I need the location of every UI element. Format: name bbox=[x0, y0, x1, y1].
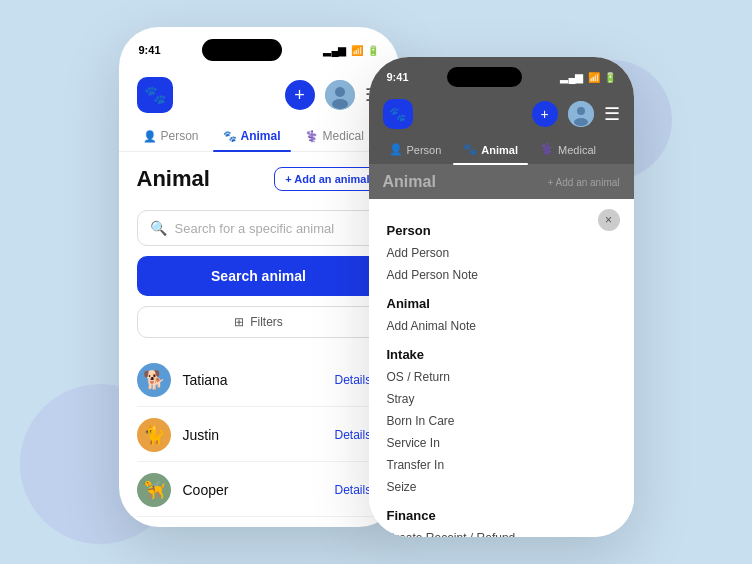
phone-right-body: 9:41 ▂▄▆ 📶 🔋 🐾 + bbox=[369, 57, 634, 537]
modal-section-title-intake: Intake bbox=[387, 347, 616, 362]
medical-tab-icon: ⚕️ bbox=[305, 130, 319, 143]
person-tab-icon: 👤 bbox=[143, 130, 157, 143]
app-logo-right: 🐾 bbox=[383, 99, 413, 129]
modal-item-born-in-care[interactable]: Born In Care bbox=[387, 410, 616, 432]
status-bar-left: 9:41 ▂▄▆ 📶 🔋 bbox=[119, 27, 399, 67]
hamburger-icon-right[interactable]: ☰ bbox=[604, 103, 620, 125]
phone-right: 9:41 ▂▄▆ 📶 🔋 🐾 + bbox=[369, 57, 634, 537]
modal-item-create-receipt[interactable]: Create Receipt / Refund bbox=[387, 527, 616, 537]
phone-left: 9:41 ▂▄▆ 📶 🔋 🐾 + ☰ bbox=[119, 27, 399, 527]
animal-tab-icon: 🐾 bbox=[223, 130, 237, 143]
signal-icon-right: ▂▄▆ bbox=[560, 72, 583, 83]
modal-item-service-in[interactable]: Service In bbox=[387, 432, 616, 454]
status-icons-right: ▂▄▆ 📶 🔋 bbox=[560, 72, 615, 83]
animal-row: 🐕 Tatiana Details ▾ bbox=[137, 354, 381, 407]
time-right: 9:41 bbox=[387, 71, 409, 83]
person-tab-icon-right: 👤 bbox=[389, 143, 403, 156]
filter-icon: ⊞ bbox=[234, 315, 244, 329]
search-placeholder-text: Search for a specific animal bbox=[175, 221, 335, 236]
dynamic-island-right bbox=[447, 67, 522, 87]
page-title-left: Animal bbox=[137, 166, 210, 192]
animal-row: 🦮 Cooper Details ▾ bbox=[137, 464, 381, 517]
blurred-page-title: Animal bbox=[383, 173, 436, 191]
animal-name: Tatiana bbox=[183, 372, 335, 388]
tab-person-right[interactable]: 👤 Person bbox=[379, 135, 452, 164]
top-bar-right: 🐾 + ☰ bbox=[369, 91, 634, 135]
top-bar-actions: + ☰ bbox=[285, 80, 381, 110]
blurred-content-header: Animal + Add an animal bbox=[369, 165, 634, 199]
blurred-add-button: + Add an animal bbox=[548, 177, 620, 188]
add-circle-button-right[interactable]: + bbox=[532, 101, 558, 127]
top-bar-left: 🐾 + ☰ bbox=[119, 67, 399, 121]
svg-point-4 bbox=[577, 107, 585, 115]
svg-point-1 bbox=[335, 87, 345, 97]
tab-medical-left[interactable]: ⚕️ Medical bbox=[295, 121, 374, 151]
battery-icon: 🔋 bbox=[367, 45, 379, 56]
animal-row: 🐩 Anika Details ▾ bbox=[137, 519, 381, 527]
tabs-right: 👤 Person 🐾 Animal ⚕️ Medical bbox=[369, 135, 634, 165]
tab-animal-left[interactable]: 🐾 Animal bbox=[213, 121, 291, 151]
animal-tab-icon-right: 🐾 bbox=[463, 143, 477, 156]
svg-point-2 bbox=[332, 99, 348, 109]
wifi-icon-right: 📶 bbox=[588, 72, 600, 83]
top-bar-actions-right: + ☰ bbox=[532, 101, 620, 127]
animal-row: 🐈 Justin Details ▾ bbox=[137, 409, 381, 462]
modal-item-transfer-in[interactable]: Transfer In bbox=[387, 454, 616, 476]
filters-button[interactable]: ⊞ Filters bbox=[137, 306, 381, 338]
modal-item-seize[interactable]: Seize bbox=[387, 476, 616, 498]
modal-section-title-finance: Finance bbox=[387, 508, 616, 523]
user-avatar[interactable] bbox=[325, 80, 355, 110]
dropdown-modal: × Person Add Person Add Person Note Anim… bbox=[369, 199, 634, 537]
tabs-left: 👤 Person 🐾 Animal ⚕️ Medical bbox=[119, 121, 399, 152]
animal-name: Cooper bbox=[183, 482, 335, 498]
app-logo: 🐾 bbox=[137, 77, 173, 113]
add-animal-button[interactable]: + Add an animal bbox=[274, 167, 380, 191]
animal-avatar: 🦮 bbox=[137, 473, 171, 507]
tab-animal-right[interactable]: 🐾 Animal bbox=[453, 135, 528, 164]
user-avatar-right[interactable] bbox=[568, 101, 594, 127]
signal-icon: ▂▄▆ bbox=[323, 45, 346, 56]
modal-item-stray[interactable]: Stray bbox=[387, 388, 616, 410]
tab-person-left[interactable]: 👤 Person bbox=[133, 121, 209, 151]
modal-item-add-animal-note[interactable]: Add Animal Note bbox=[387, 315, 616, 337]
tab-medical-right[interactable]: ⚕️ Medical bbox=[530, 135, 606, 164]
search-input-wrapper[interactable]: 🔍 Search for a specific animal bbox=[137, 210, 381, 246]
wifi-icon: 📶 bbox=[351, 45, 363, 56]
search-icon: 🔍 bbox=[150, 220, 167, 236]
time-left: 9:41 bbox=[139, 44, 161, 56]
modal-close-button[interactable]: × bbox=[598, 209, 620, 231]
animal-avatar: 🐕 bbox=[137, 363, 171, 397]
svg-point-5 bbox=[574, 118, 588, 126]
add-circle-button[interactable]: + bbox=[285, 80, 315, 110]
status-bar-right: 9:41 ▂▄▆ 📶 🔋 bbox=[369, 57, 634, 91]
modal-section-title-animal: Animal bbox=[387, 296, 616, 311]
battery-icon-right: 🔋 bbox=[604, 72, 616, 83]
animal-avatar: 🐈 bbox=[137, 418, 171, 452]
search-animal-button[interactable]: Search animal bbox=[137, 256, 381, 296]
modal-item-add-person-note[interactable]: Add Person Note bbox=[387, 264, 616, 286]
modal-section-title-person: Person bbox=[387, 223, 616, 238]
page-header-left: Animal + Add an animal bbox=[137, 166, 381, 192]
dynamic-island-left bbox=[202, 39, 282, 61]
status-icons-left: ▂▄▆ 📶 🔋 bbox=[323, 45, 378, 56]
phone-content-left: Animal + Add an animal 🔍 Search for a sp… bbox=[119, 152, 399, 527]
medical-tab-icon-right: ⚕️ bbox=[540, 143, 554, 156]
animal-list: 🐕 Tatiana Details ▾ 🐈 Justin Details ▾ 🦮… bbox=[137, 354, 381, 527]
animal-name: Justin bbox=[183, 427, 335, 443]
modal-item-os-return[interactable]: OS / Return bbox=[387, 366, 616, 388]
modal-item-add-person[interactable]: Add Person bbox=[387, 242, 616, 264]
phones-wrapper: 9:41 ▂▄▆ 📶 🔋 🐾 + ☰ bbox=[119, 27, 634, 537]
